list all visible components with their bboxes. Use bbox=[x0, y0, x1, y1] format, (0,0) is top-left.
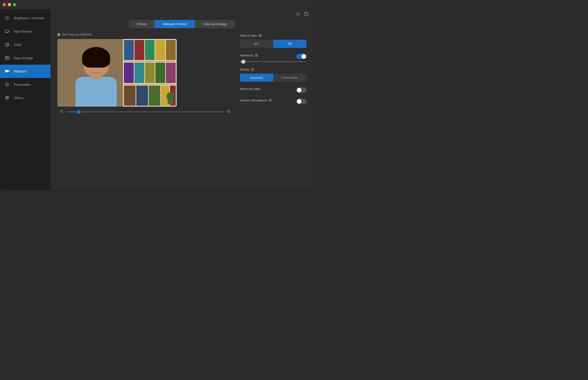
fov-label: Field of View i bbox=[240, 34, 307, 37]
svg-rect-12 bbox=[5, 57, 7, 58]
close-button[interactable] bbox=[3, 3, 6, 6]
fov-label-text: Field of View bbox=[240, 34, 257, 37]
help-icon[interactable] bbox=[304, 11, 309, 18]
mirror-label-text: Mirror my video bbox=[240, 87, 261, 91]
sidebar-item-personalize[interactable]: Personalize bbox=[0, 78, 50, 91]
zoom-in-icon[interactable] bbox=[227, 109, 231, 114]
priority-info-icon[interactable]: i bbox=[251, 68, 254, 71]
main-content: Preset Webcam Control Color and Image De… bbox=[50, 9, 314, 190]
sidebar-label-brightness: Brightness / Contrast bbox=[14, 16, 44, 20]
priority-label-text: Priority bbox=[240, 68, 249, 71]
frame-rate-button[interactable]: Frame Rate bbox=[273, 74, 307, 82]
sidebar-item-brightness-contrast[interactable]: Brightness / Contrast bbox=[0, 11, 50, 25]
settings-icon[interactable] bbox=[295, 11, 300, 18]
autofocus-label: Autofocus i bbox=[240, 54, 258, 57]
mirror-row: Mirror my video bbox=[240, 87, 307, 93]
tab-webcam-control[interactable]: Webcam Control bbox=[154, 20, 195, 28]
autofocus-group: Autofocus i bbox=[240, 54, 307, 62]
priority-buttons: Exposure Frame Rate bbox=[240, 74, 307, 82]
sidebar-label-color: Color bbox=[14, 43, 21, 47]
fov-info-icon[interactable]: i bbox=[258, 34, 262, 37]
microphone-group: Camera Microphone i bbox=[240, 98, 307, 104]
svg-rect-16 bbox=[5, 96, 9, 97]
camera-preview bbox=[57, 39, 177, 107]
svg-rect-17 bbox=[5, 98, 9, 98]
tab-preset[interactable]: Preset bbox=[129, 20, 154, 28]
scene bbox=[57, 39, 177, 107]
priority-label: Priority i bbox=[240, 68, 307, 71]
camera-label: Dell Webcam WB3023 bbox=[57, 33, 233, 36]
star-icon bbox=[5, 82, 10, 87]
autofocus-row: Autofocus i bbox=[240, 54, 307, 59]
mirror-group: Mirror my video bbox=[240, 87, 307, 93]
sidebar-item-input-source[interactable]: Input Source bbox=[0, 25, 50, 38]
sidebar-label-input: Input Source bbox=[14, 30, 32, 33]
autofocus-slider[interactable] bbox=[240, 61, 307, 62]
exposure-button[interactable]: Exposure bbox=[240, 74, 273, 82]
fov-group: Field of View i 65° 78° bbox=[240, 34, 307, 48]
sidebar-label-others: Others bbox=[14, 96, 23, 100]
maximize-button[interactable] bbox=[13, 3, 16, 6]
svg-point-11 bbox=[6, 44, 8, 45]
camera-dot bbox=[57, 33, 60, 36]
svg-rect-14 bbox=[5, 58, 9, 60]
svg-line-6 bbox=[8, 19, 9, 20]
svg-line-8 bbox=[5, 19, 6, 20]
autofocus-toggle-knob bbox=[301, 54, 306, 59]
svg-point-20 bbox=[304, 12, 308, 16]
microphone-toggle[interactable] bbox=[296, 99, 307, 104]
microphone-label-text: Camera Microphone bbox=[240, 99, 267, 102]
fov-buttons: 65° 78° bbox=[240, 40, 307, 48]
controls-panel: Field of View i 65° 78° Autofocus i bbox=[240, 33, 307, 190]
autofocus-info-icon[interactable]: i bbox=[255, 54, 258, 57]
autofocus-toggle[interactable] bbox=[296, 54, 307, 59]
svg-line-23 bbox=[63, 112, 63, 113]
camera-section: Dell Webcam WB3023 bbox=[57, 33, 233, 190]
fov-65-button[interactable]: 65° bbox=[240, 40, 273, 48]
webcam-icon bbox=[5, 69, 10, 74]
microphone-row: Camera Microphone i bbox=[240, 98, 307, 104]
person-head-group bbox=[83, 47, 109, 77]
bookshelf bbox=[123, 39, 177, 107]
sun-icon bbox=[5, 16, 10, 21]
zoom-slider[interactable] bbox=[66, 112, 224, 112]
zoom-slider-area bbox=[57, 109, 233, 114]
sidebar: Brightness / Contrast Input Source C bbox=[0, 9, 50, 190]
svg-line-7 bbox=[8, 17, 9, 17]
microphone-info-icon[interactable]: i bbox=[268, 98, 272, 102]
svg-line-5 bbox=[5, 17, 6, 17]
zoom-out-icon[interactable] bbox=[60, 109, 64, 114]
sidebar-item-color[interactable]: Color bbox=[0, 38, 50, 51]
minimize-button[interactable] bbox=[8, 3, 11, 6]
svg-rect-18 bbox=[6, 99, 8, 99]
color-icon bbox=[5, 42, 10, 47]
tab-color-image[interactable]: Color and Image bbox=[195, 20, 235, 28]
content-area: Dell Webcam WB3023 bbox=[50, 33, 314, 190]
mirror-toggle-knob bbox=[297, 88, 301, 93]
zoom-slider-thumb[interactable] bbox=[77, 110, 81, 114]
others-icon bbox=[5, 95, 10, 100]
sidebar-item-others[interactable]: Others bbox=[0, 91, 50, 105]
svg-rect-13 bbox=[7, 57, 9, 58]
autofocus-slider-thumb[interactable] bbox=[241, 60, 245, 64]
camera-device-name: Dell Webcam WB3023 bbox=[62, 33, 92, 36]
svg-point-21 bbox=[306, 15, 307, 15]
plant bbox=[166, 92, 174, 104]
fov-78-button[interactable]: 78° bbox=[273, 40, 307, 48]
svg-point-0 bbox=[6, 17, 8, 19]
svg-point-19 bbox=[297, 13, 299, 15]
svg-line-26 bbox=[230, 112, 231, 113]
microphone-label: Camera Microphone i bbox=[240, 98, 272, 102]
mirror-toggle[interactable] bbox=[296, 87, 307, 93]
person bbox=[63, 77, 129, 107]
sidebar-item-webcam[interactable]: Webcam bbox=[0, 65, 50, 78]
autofocus-label-text: Autofocus bbox=[240, 54, 253, 57]
svg-rect-9 bbox=[5, 30, 8, 32]
sidebar-label-personalize: Personalize bbox=[14, 83, 31, 86]
app-body: Brightness / Contrast Input Source C bbox=[0, 9, 314, 190]
sidebar-item-easy-arrange[interactable]: Easy Arrange bbox=[0, 51, 50, 65]
input-icon bbox=[5, 29, 10, 34]
microphone-toggle-knob bbox=[297, 99, 301, 104]
svg-rect-15 bbox=[5, 70, 8, 72]
sidebar-label-webcam: Webcam bbox=[14, 70, 26, 73]
